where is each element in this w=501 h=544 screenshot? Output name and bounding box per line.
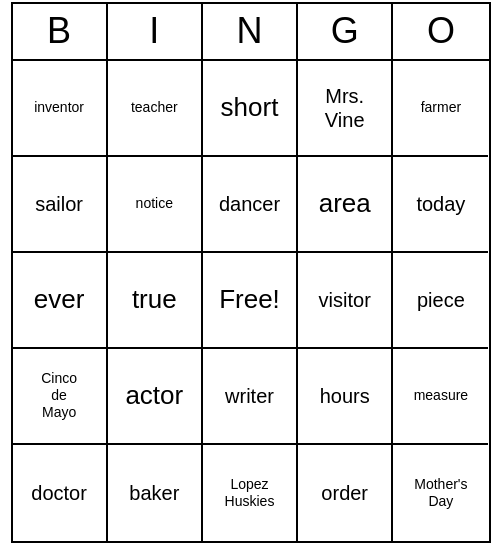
header-letter: O (393, 4, 488, 59)
bingo-cell: true (108, 253, 203, 349)
bingo-cell: dancer (203, 157, 298, 253)
cell-label: notice (136, 195, 173, 212)
bingo-cell: ever (13, 253, 108, 349)
header-letter: G (298, 4, 393, 59)
cell-label: Free! (219, 285, 280, 314)
cell-label: sailor (35, 192, 83, 216)
bingo-cell: LopezHuskies (203, 445, 298, 541)
header-letter: I (108, 4, 203, 59)
bingo-cell: inventor (13, 61, 108, 157)
bingo-cell: notice (108, 157, 203, 253)
bingo-cell: piece (393, 253, 488, 349)
cell-label: teacher (131, 99, 178, 116)
bingo-cell: actor (108, 349, 203, 445)
bingo-cell: baker (108, 445, 203, 541)
cell-label: hours (320, 384, 370, 408)
bingo-cell: area (298, 157, 393, 253)
bingo-cell: writer (203, 349, 298, 445)
cell-label: inventor (34, 99, 84, 116)
bingo-header: BINGO (13, 4, 489, 61)
bingo-cell: measure (393, 349, 488, 445)
bingo-card: BINGO inventorteachershortMrs.Vinefarmer… (11, 2, 491, 543)
bingo-cell: farmer (393, 61, 488, 157)
cell-label: Mother'sDay (414, 476, 467, 510)
bingo-cell: teacher (108, 61, 203, 157)
bingo-cell: short (203, 61, 298, 157)
cell-label: true (132, 285, 177, 314)
bingo-cell: Mother'sDay (393, 445, 488, 541)
bingo-cell: Free! (203, 253, 298, 349)
cell-label: baker (129, 481, 179, 505)
bingo-cell: order (298, 445, 393, 541)
cell-label: measure (414, 387, 468, 404)
bingo-cell: today (393, 157, 488, 253)
cell-label: doctor (31, 481, 87, 505)
cell-label: writer (225, 384, 274, 408)
bingo-cell: doctor (13, 445, 108, 541)
cell-label: today (416, 192, 465, 216)
bingo-cell: Mrs.Vine (298, 61, 393, 157)
bingo-cell: hours (298, 349, 393, 445)
header-letter: B (13, 4, 108, 59)
cell-label: farmer (421, 99, 461, 116)
cell-label: piece (417, 288, 465, 312)
cell-label: dancer (219, 192, 280, 216)
bingo-grid: inventorteachershortMrs.Vinefarmersailor… (13, 61, 489, 541)
cell-label: visitor (319, 288, 371, 312)
header-letter: N (203, 4, 298, 59)
bingo-cell: CincodeMayo (13, 349, 108, 445)
bingo-cell: visitor (298, 253, 393, 349)
cell-label: area (319, 189, 371, 218)
cell-label: order (321, 481, 368, 505)
cell-label: Mrs.Vine (325, 84, 365, 132)
cell-label: CincodeMayo (41, 370, 77, 420)
cell-label: short (221, 93, 279, 122)
cell-label: LopezHuskies (225, 476, 275, 510)
cell-label: ever (34, 285, 85, 314)
cell-label: actor (125, 381, 183, 410)
bingo-cell: sailor (13, 157, 108, 253)
